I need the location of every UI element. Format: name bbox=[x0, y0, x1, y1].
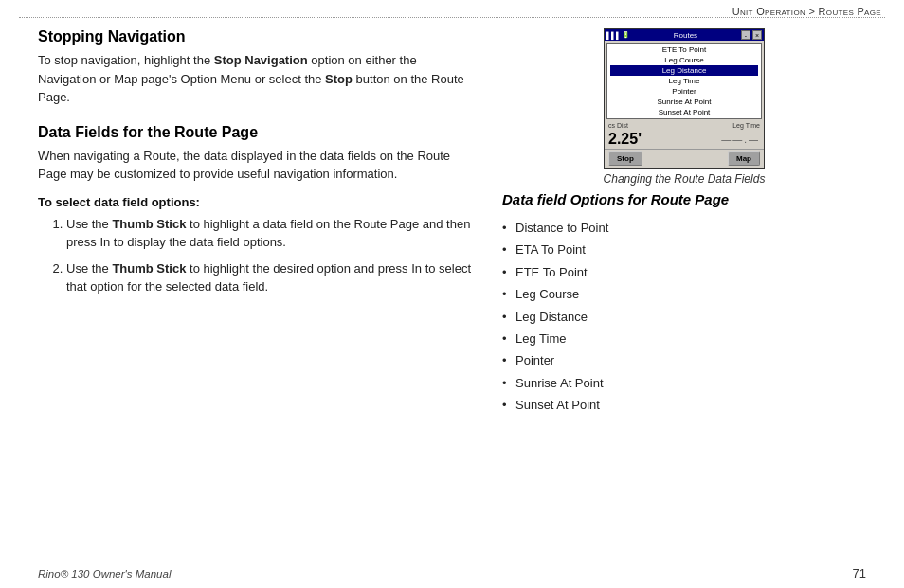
top-divider bbox=[19, 17, 885, 18]
menu-item-sunrise: Sunrise At Point bbox=[610, 97, 758, 107]
device-label-row: cs Dist Leg Time bbox=[605, 121, 764, 130]
data-fields-section: Data Fields for the Route Page When navi… bbox=[38, 124, 474, 296]
list-item-eta: ETA To Point bbox=[502, 239, 866, 260]
breadcrumb: Unit Operation > Routes Page bbox=[732, 6, 881, 17]
data-fields-body: When navigating a Route, the data displa… bbox=[38, 147, 474, 184]
device-screen: ▌▌▌ 🔋 Routes - × ETE To Point Leg Course… bbox=[604, 28, 765, 169]
main-content: Stopping Navigation To stop navigation, … bbox=[38, 28, 866, 560]
device-title: Routes bbox=[674, 31, 697, 40]
footer-manual-name: Rino® 130 Owner's Manual bbox=[38, 568, 171, 579]
list-item-sunset: Sunset At Point bbox=[502, 394, 866, 416]
data-field-options: Data field Options for Route Page Distan… bbox=[502, 191, 866, 417]
body-text-1: To stop navigation, highlight the bbox=[38, 53, 214, 67]
data-field-list: Distance to Point ETA To Point ETE To Po… bbox=[502, 217, 866, 417]
device-close-icon: × bbox=[752, 30, 762, 40]
stop-bold: Stop bbox=[325, 72, 353, 86]
list-item-distance: Distance to Point bbox=[502, 217, 866, 239]
device-label-left: cs Dist bbox=[608, 122, 628, 129]
stopping-navigation-heading: Stopping Navigation bbox=[38, 28, 474, 45]
menu-item-pointer: Pointer bbox=[610, 86, 758, 97]
device-stop-button: Stop bbox=[608, 151, 642, 166]
device-window-controls: - × bbox=[741, 30, 762, 40]
list-item-ete: ETE To Point bbox=[502, 261, 866, 283]
device-signal-icon: ▌▌▌ bbox=[606, 32, 621, 39]
menu-item-ete: ETE To Point bbox=[610, 45, 758, 55]
menu-item-leg-time: Leg Time bbox=[610, 76, 758, 86]
device-dashes: ——.— bbox=[721, 134, 760, 145]
data-field-options-heading: Data field Options for Route Page bbox=[502, 191, 866, 207]
step-2: Use the Thumb Stick to highlight the des… bbox=[66, 259, 474, 296]
stopping-navigation-section: Stopping Navigation To stop navigation, … bbox=[38, 28, 474, 107]
device-menu: ETE To Point Leg Course Leg Distance Leg… bbox=[606, 43, 762, 119]
step-1: Use the Thumb Stick to highlight a data … bbox=[66, 215, 474, 252]
right-column: ▌▌▌ 🔋 Routes - × ETE To Point Leg Course… bbox=[502, 28, 866, 417]
footer-page-number: 71 bbox=[853, 566, 866, 580]
stop-navigation-bold: Stop Navigation bbox=[214, 53, 308, 67]
device-value-row: 2.25' ——.— bbox=[605, 130, 764, 149]
device-battery-icon: 🔋 bbox=[622, 31, 630, 39]
thumb-stick-bold-1: Thumb Stick bbox=[112, 217, 186, 231]
device-caption: Changing the Route Data Fields bbox=[502, 172, 866, 186]
breadcrumb-text: Unit Operation > Routes Page bbox=[732, 6, 881, 17]
menu-item-leg-course: Leg Course bbox=[610, 55, 758, 65]
thumb-stick-bold-2: Thumb Stick bbox=[112, 261, 186, 276]
device-bottom-buttons: Stop Map bbox=[605, 149, 764, 168]
device-image-container: ▌▌▌ 🔋 Routes - × ETE To Point Leg Course… bbox=[502, 28, 866, 186]
device-map-button: Map bbox=[728, 151, 760, 166]
device-value: 2.25' bbox=[608, 131, 642, 148]
stopping-navigation-body: To stop navigation, highlight the Stop N… bbox=[38, 51, 474, 107]
left-column: Stopping Navigation To stop navigation, … bbox=[38, 28, 474, 304]
device-label-right: Leg Time bbox=[732, 122, 760, 129]
list-item-sunrise: Sunrise At Point bbox=[502, 372, 866, 394]
list-item-leg-time: Leg Time bbox=[502, 328, 866, 349]
data-fields-heading: Data Fields for the Route Page bbox=[38, 124, 474, 141]
steps-list: Use the Thumb Stick to highlight a data … bbox=[53, 215, 474, 296]
footer: Rino® 130 Owner's Manual 71 bbox=[38, 566, 866, 580]
select-options-subheading: To select data field options: bbox=[38, 195, 474, 209]
device-minimize-icon: - bbox=[741, 30, 750, 40]
list-item-pointer: Pointer bbox=[502, 349, 866, 371]
device-top-icons: ▌▌▌ 🔋 bbox=[606, 31, 630, 39]
menu-item-leg-distance: Leg Distance bbox=[610, 65, 758, 76]
device-titlebar: ▌▌▌ 🔋 Routes - × bbox=[605, 29, 764, 41]
list-item-leg-distance: Leg Distance bbox=[502, 306, 866, 328]
menu-item-sunset: Sunset At Point bbox=[610, 107, 758, 117]
list-item-leg-course: Leg Course bbox=[502, 283, 866, 305]
